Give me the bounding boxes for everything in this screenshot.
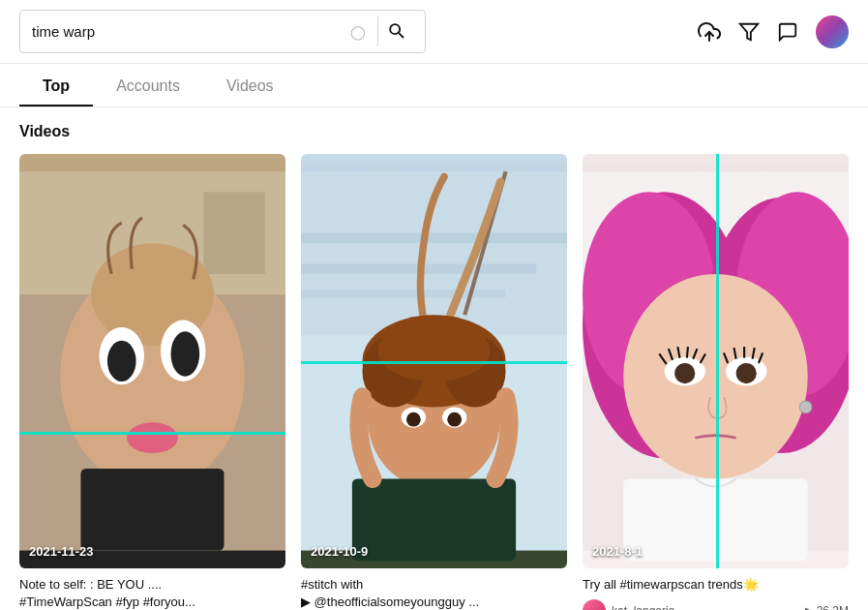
tab-accounts[interactable]: Accounts [93,64,203,107]
search-icon [386,20,405,40]
svg-point-27 [447,412,462,427]
tab-top[interactable]: Top [19,64,93,107]
main-content: Videos [0,107,868,610]
videos-section-title: Videos [19,123,849,140]
svg-marker-1 [740,23,758,40]
message-icon[interactable] [777,21,798,43]
scan-line-2 [301,361,567,364]
date-badge-2: 2021-10-9 [311,544,368,559]
video-thumbnail-3: 2021-8-1 [583,154,849,568]
video-desc-3: Try all #timewarpscan trends🌟 [583,576,849,594]
header: ◯ [0,0,868,64]
video-meta-3: kat_longoria ▶ 26.3M [583,599,849,610]
creator-name-3: kat_longoria [612,604,674,610]
video-thumbnail-1: 2021-11-23 [19,154,285,568]
upload-icon[interactable] [698,20,721,44]
scan-line-1 [19,432,285,435]
svg-point-10 [171,331,200,377]
date-badge-1: 2021-11-23 [29,544,94,559]
play-icon-3: ▶ [805,605,813,610]
filter-icon[interactable] [738,21,760,43]
header-icons [698,15,849,48]
creator-info-3: kat_longoria [583,599,674,610]
svg-point-50 [674,363,695,383]
svg-rect-12 [80,469,224,551]
video-thumbnail-2: 2021-10-9 [301,154,567,568]
svg-point-52 [799,401,812,413]
search-bar: ◯ [19,10,426,53]
date-badge-3: 2021-8-1 [592,544,643,559]
svg-rect-15 [301,233,567,244]
video-desc-2: #stitch with ▶ @theofficialsomeyoungguy … [301,576,567,610]
svg-rect-4 [203,192,264,274]
video-card-2[interactable]: 2021-10-9 #stitch with ▶ @theofficialsom… [301,154,567,610]
svg-line-42 [687,347,688,358]
video-card-1[interactable]: 2021-11-23 Note to self: : BE YOU .... #… [19,154,285,610]
svg-rect-17 [301,290,506,297]
svg-point-9 [107,341,136,381]
creator-avatar-3 [583,599,606,610]
search-input[interactable] [32,23,343,40]
tabs-container: Top Accounts Videos [0,64,868,107]
play-count-3: ▶ 26.3M [805,604,849,610]
profile-avatar[interactable] [816,15,849,48]
search-submit-button[interactable] [377,16,413,46]
video-desc-1: Note to self: : BE YOU .... #TimeWarpSca… [19,576,285,610]
search-clear-icon[interactable]: ◯ [350,24,366,40]
svg-point-26 [406,412,421,427]
video-card-3[interactable]: 2021-8-1 Try all #timewarpscan trends🌟 k… [583,154,849,610]
svg-point-51 [736,363,757,383]
scan-line-3 [716,154,719,568]
tab-videos[interactable]: Videos [203,64,297,107]
svg-rect-28 [352,479,516,562]
svg-point-23 [377,320,490,381]
svg-point-11 [127,422,178,453]
video-grid: 2021-11-23 Note to self: : BE YOU .... #… [19,154,849,610]
